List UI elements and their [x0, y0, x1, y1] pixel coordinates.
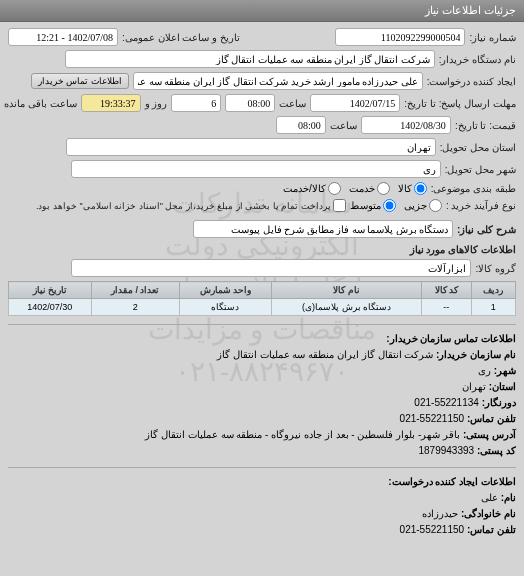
buyer-device-label: نام دستگاه خریدار:	[439, 54, 516, 65]
radio-medium[interactable]	[383, 199, 396, 212]
th-index: ردیف	[471, 282, 515, 299]
td-date: 1402/07/30	[9, 299, 92, 316]
td-name: دستگاه برش پلاسما(ی)	[272, 299, 422, 316]
deadline-time-label: ساعت	[279, 98, 306, 109]
province-input[interactable]	[66, 138, 436, 156]
th-code: کد کالا	[421, 282, 471, 299]
td-unit: دستگاه	[179, 299, 272, 316]
req-phone-value: 55221150-021	[400, 524, 465, 535]
org-value: شرکت انتقال گاز ایران منطقه سه عملیات ان…	[217, 349, 433, 360]
org-label: نام سازمان خریدار:	[436, 349, 516, 360]
price-label: قیمت: تا تاریخ:	[455, 120, 516, 131]
price-date-input[interactable]	[361, 116, 451, 134]
req-name-value: علی	[481, 492, 498, 503]
td-index: 1	[471, 299, 515, 316]
price-time-input[interactable]	[276, 116, 326, 134]
goods-table: ردیف کد کالا نام کالا واحد شمارش تعداد /…	[8, 281, 516, 316]
remaining-time-input[interactable]	[81, 94, 141, 112]
buyer-phone-label: تلفن تماس:	[467, 413, 516, 424]
radio-service-label: خدمت	[349, 183, 375, 194]
process-label: نوع فرآیند خرید :	[446, 200, 516, 211]
radio-partial[interactable]	[429, 199, 442, 212]
buyer-province-value: تهران	[462, 381, 486, 392]
buyer-city-value: ری	[478, 365, 491, 376]
category-radio-group: کالا خدمت کالا/خدمت	[283, 182, 427, 195]
zip-value: 1879943393	[418, 445, 474, 456]
header-title: جزئیات اطلاعات نیاز	[425, 4, 516, 16]
need-title-label: شرح کلی نیاز:	[457, 224, 516, 235]
radio-partial-label: جزیی	[404, 200, 427, 211]
postal-label: آدرس پستی:	[463, 429, 516, 440]
buyer-device-input[interactable]	[65, 50, 435, 68]
req-family-value: حیدرزاده	[422, 508, 458, 519]
contact-requester-section: اطلاعات ایجاد کننده درخواست: نام: علی نا…	[8, 467, 516, 538]
deadline-label: مهلت ارسال پاسخ: تا تاریخ:	[404, 98, 516, 109]
deadline-date-input[interactable]	[310, 94, 400, 112]
treasury-checkbox[interactable]	[333, 199, 346, 212]
need-title-input[interactable]	[193, 220, 453, 238]
radio-goods[interactable]	[414, 182, 427, 195]
days-label: روز و	[145, 98, 168, 109]
th-date: تاریخ نیاز	[9, 282, 92, 299]
radio-medium-label: متوسط	[350, 200, 381, 211]
announce-input[interactable]	[8, 28, 118, 46]
contact-buyer-title: اطلاعات تماس سازمان خریدار:	[8, 331, 516, 347]
radio-goods-service-label: کالا/خدمت	[283, 183, 326, 194]
fax-value: 55221134-021	[414, 397, 479, 408]
category-label: طبقه بندی موضوعی:	[431, 183, 516, 194]
goods-group-input[interactable]	[71, 259, 471, 277]
contact-buyer-button[interactable]: اطلاعات تماس خریدار	[31, 73, 129, 89]
buyer-phone-value: 55221150-021	[400, 413, 465, 424]
contact-buyer-section: اطلاعات تماس سازمان خریدار: نام سازمان خ…	[8, 324, 516, 459]
goods-group-label: گروه کالا:	[475, 263, 516, 274]
postal-value: باقر شهر- بلوار فلسطین - بعد از جاده نیر…	[145, 429, 460, 440]
req-family-label: نام خانوادگی:	[461, 508, 516, 519]
radio-goods-service[interactable]	[328, 182, 341, 195]
td-code: --	[421, 299, 471, 316]
requester-input[interactable]	[133, 72, 423, 90]
process-radio-group: جزیی متوسط	[350, 199, 442, 212]
th-unit: واحد شمارش	[179, 282, 272, 299]
td-qty: 2	[91, 299, 179, 316]
contact-requester-title: اطلاعات ایجاد کننده درخواست:	[8, 474, 516, 490]
goods-info-title: اطلاعات کالاهای مورد نیاز	[8, 244, 516, 255]
deadline-time-input[interactable]	[225, 94, 275, 112]
radio-goods-label: کالا	[398, 183, 412, 194]
need-number-label: شماره نیاز:	[469, 32, 516, 43]
th-name: نام کالا	[272, 282, 422, 299]
city-label: شهر محل تحویل:	[445, 164, 516, 175]
process-note: پرداخت تمام یا بخشی از مبلغ خرید،از محل …	[36, 201, 331, 211]
requester-label: ایجاد کننده درخواست:	[427, 76, 516, 87]
province-label: استان محل تحویل:	[440, 142, 516, 153]
req-phone-label: تلفن تماس:	[467, 524, 516, 535]
table-header-row: ردیف کد کالا نام کالا واحد شمارش تعداد /…	[9, 282, 516, 299]
buyer-city-label: شهر:	[494, 365, 516, 376]
price-time-label: ساعت	[330, 120, 357, 131]
zip-label: کد پستی:	[477, 445, 516, 456]
table-row[interactable]: 1 -- دستگاه برش پلاسما(ی) دستگاه 2 1402/…	[9, 299, 516, 316]
city-input[interactable]	[71, 160, 441, 178]
th-qty: تعداد / مقدار	[91, 282, 179, 299]
req-name-label: نام:	[501, 492, 516, 503]
radio-service[interactable]	[377, 182, 390, 195]
days-count-input[interactable]	[171, 94, 221, 112]
window-header: جزئیات اطلاعات نیاز	[0, 0, 524, 22]
remaining-label: ساعت باقی مانده	[4, 98, 77, 109]
need-number-input[interactable]	[335, 28, 465, 46]
announce-label: تاریخ و ساعت اعلان عمومی:	[122, 32, 240, 43]
buyer-province-label: استان:	[489, 381, 516, 392]
fax-label: دورنگار:	[482, 397, 516, 408]
